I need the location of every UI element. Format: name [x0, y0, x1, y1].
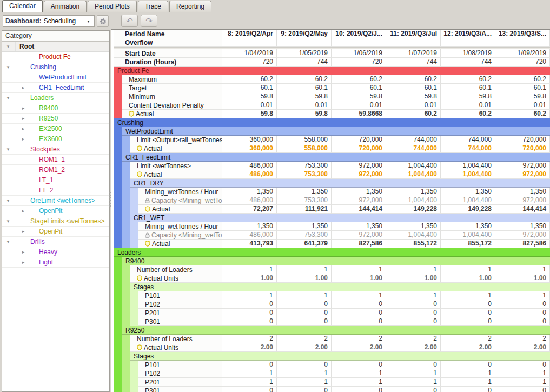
expand-icon[interactable]: ▸	[19, 227, 27, 236]
section-band-stages[interactable]: Stages	[130, 283, 550, 291]
dashboard-select[interactable]: Dashboard: Scheduling ▼	[3, 15, 95, 27]
row-label-cell[interactable]: Actual Units	[130, 274, 222, 283]
value-cell[interactable]: 59.8	[222, 92, 277, 101]
value-cell[interactable]: 720,000	[332, 144, 386, 153]
value-cell[interactable]: 1,350	[386, 188, 441, 196]
value-cell[interactable]: 1	[386, 265, 441, 274]
value-cell[interactable]: 972,000	[495, 231, 550, 240]
row-label-cell[interactable]: Capacity <Mining_wetTon	[138, 196, 222, 205]
value-cell[interactable]: 720,000	[495, 144, 550, 153]
value-cell[interactable]: 1	[332, 369, 386, 378]
value-cell[interactable]: 0	[222, 309, 277, 317]
value-cell[interactable]: 855,172	[441, 240, 495, 248]
value-cell[interactable]: 744	[277, 58, 332, 67]
value-cell[interactable]: 0	[386, 317, 441, 326]
value-cell[interactable]: 144,414	[495, 205, 550, 214]
value-cell[interactable]: 486,000	[222, 196, 277, 205]
section-band-cr1-feedlimit[interactable]: CR1_FeedLimit	[122, 153, 550, 162]
value-cell[interactable]: 413,793	[222, 240, 277, 248]
value-cell[interactable]: 0	[495, 361, 550, 369]
value-cell[interactable]: 1.00	[277, 274, 332, 283]
value-cell[interactable]	[441, 38, 495, 47]
expand-icon[interactable]: ▸	[19, 124, 27, 134]
value-cell[interactable]: 753,300	[277, 170, 332, 179]
value-cell[interactable]	[386, 38, 441, 47]
tree-item-openpit-18[interactable]: ▸OpenPit	[2, 227, 109, 237]
section-band-product-fe[interactable]: Product Fe	[114, 67, 550, 75]
tree-item-cr1-feedlimit-4[interactable]: ▸CR1_FeedLimit	[2, 83, 109, 93]
row-label-cell[interactable]: P102	[138, 300, 222, 309]
value-cell[interactable]: 1/06/2019	[332, 49, 386, 58]
value-cell[interactable]: 2	[495, 335, 550, 343]
value-cell[interactable]: 1,004,400	[386, 231, 441, 240]
value-cell[interactable]: 1	[441, 291, 495, 300]
value-cell[interactable]: 59.8	[332, 92, 386, 101]
value-cell[interactable]: 1,004,400	[441, 170, 495, 179]
value-cell[interactable]: 2.00	[222, 343, 277, 352]
value-cell[interactable]: 1	[277, 291, 332, 300]
value-cell[interactable]: 1	[277, 265, 332, 274]
tree-item-rom1-1-11[interactable]: ROM1_1	[2, 155, 109, 165]
collapse-icon[interactable]: ▾	[4, 62, 12, 72]
value-cell[interactable]: 2	[332, 335, 386, 343]
row-label-cell[interactable]: Minimum	[122, 92, 222, 101]
row-label-cell[interactable]: Mining_wetTonnes / Hour	[138, 222, 222, 231]
expand-icon[interactable]: ▸	[19, 206, 27, 216]
value-cell[interactable]: 0.01	[386, 101, 441, 110]
tree-item-stagelimits-wettonnes-17[interactable]: ▾StageLimits <wetTonnes>	[2, 216, 109, 227]
value-cell[interactable]: 149,228	[386, 205, 441, 214]
value-cell[interactable]: 972,000	[495, 162, 550, 170]
value-cell[interactable]: 744,000	[386, 144, 441, 153]
row-label-cell[interactable]: Number of Loaders	[130, 265, 222, 274]
tab-calendar[interactable]: Calendar	[2, 0, 43, 12]
value-cell[interactable]: 972,000	[495, 196, 550, 205]
value-cell[interactable]: 1/07/2019	[386, 49, 441, 58]
expand-icon[interactable]: ▸	[19, 257, 27, 267]
value-cell[interactable]: 60.2	[386, 75, 441, 84]
value-cell[interactable]: 0	[495, 309, 550, 317]
value-cell[interactable]: 744,000	[441, 136, 495, 144]
value-cell[interactable]: 1,350	[277, 222, 332, 231]
row-label-cell[interactable]: Start Date	[114, 49, 222, 58]
row-label-cell[interactable]: P101	[138, 361, 222, 369]
row-label-cell[interactable]: P301	[138, 387, 222, 392]
value-cell[interactable]: 0	[222, 361, 277, 369]
value-cell[interactable]: 60.1	[332, 84, 386, 92]
value-cell[interactable]: 0	[495, 387, 550, 392]
value-cell[interactable]: 1/04/2019	[222, 49, 277, 58]
value-cell[interactable]: 0.01	[332, 101, 386, 110]
value-cell[interactable]: 744,000	[386, 136, 441, 144]
row-label-cell[interactable]: Limit <wetTonnes>	[130, 162, 222, 170]
value-cell[interactable]: 0	[277, 387, 332, 392]
value-cell[interactable]: 1	[277, 378, 332, 387]
value-cell[interactable]: 2	[386, 335, 441, 343]
collapse-icon[interactable]: ▾	[4, 42, 12, 51]
tab-period-plots[interactable]: Period Plots	[88, 1, 137, 12]
splitter-grip[interactable]	[109, 192, 111, 208]
value-cell[interactable]: 720	[222, 58, 277, 67]
value-cell[interactable]: 60.2	[222, 75, 277, 84]
row-label-cell[interactable]: Overflow	[114, 38, 222, 47]
value-cell[interactable]: 1	[222, 265, 277, 274]
row-label-cell[interactable]: Actual Units	[130, 343, 222, 352]
value-cell[interactable]: 1,350	[386, 222, 441, 231]
value-cell[interactable]: 1.00	[222, 274, 277, 283]
collapse-icon[interactable]: ▾	[4, 216, 12, 226]
value-cell[interactable]	[277, 38, 332, 47]
tree-item-drills-19[interactable]: ▾Drills	[2, 237, 109, 247]
value-cell[interactable]: 60.1	[441, 84, 495, 92]
tree-item-lt-2-14[interactable]: LT_2	[2, 185, 109, 196]
value-cell[interactable]: 0	[332, 317, 386, 326]
tree-item-openpit-16[interactable]: ▸OpenPit	[2, 206, 109, 216]
value-cell[interactable]: 1	[332, 378, 386, 387]
value-cell[interactable]: 0	[441, 317, 495, 326]
tree-item-rom1-2-12[interactable]: ROM1_2	[2, 165, 109, 175]
value-cell[interactable]: 2	[222, 335, 277, 343]
expand-icon[interactable]: ▸	[19, 114, 27, 123]
value-cell[interactable]: 0	[222, 317, 277, 326]
value-cell[interactable]: 0	[277, 309, 332, 317]
value-cell[interactable]: 0	[495, 300, 550, 309]
value-cell[interactable]: 11: 2019/Q3/Jul	[386, 30, 441, 38]
row-label-cell[interactable]: Actual	[122, 110, 222, 118]
tree-item-loaders-5[interactable]: ▾Loaders	[2, 93, 109, 103]
